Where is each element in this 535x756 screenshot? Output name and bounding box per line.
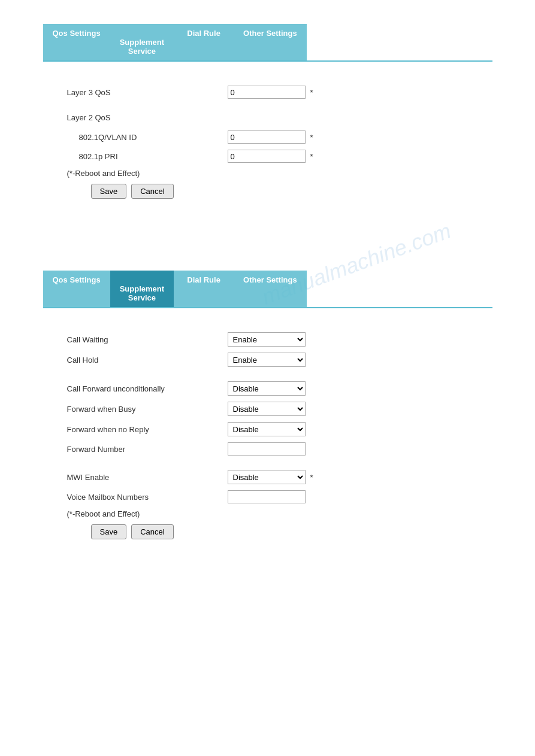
cf-busy-select[interactable]: Disable Enable [228,402,306,416]
layer3-asterisk: * [310,88,313,97]
tab-qos-settings-1[interactable]: Qos Settings [43,24,110,60]
section1-note-group: (*-Reboot and Effect) [67,169,468,178]
mwi-label: MWI Enable [67,473,223,482]
pri-group: 802.1p PRI * [67,150,468,163]
call-hold-select[interactable]: Enable Disable [228,353,306,367]
mwi-select[interactable]: Disable Enable [228,470,306,484]
section1-buttons: Save Cancel [67,184,468,199]
section2-cancel-button[interactable]: Cancel [131,524,173,539]
layer3-qos-label: Layer 3 QoS [67,88,223,97]
qos-form: Layer 3 QoS * Layer 2 QoS 802.1Q/VLAN ID… [43,74,492,211]
layer2-qos-group-header: Layer 2 QoS [67,113,468,125]
cf-noreply-select[interactable]: Disable Enable [228,422,306,436]
layer3-qos-input[interactable] [228,86,306,99]
call-hold-label: Call Hold [67,356,223,365]
section1-cancel-button[interactable]: Cancel [131,184,173,199]
cf-busy-label: Forward when Busy [67,405,223,414]
voicemail-label: Voice Mailbox Numbers [67,493,223,502]
tab-qos-settings-2[interactable]: Qos Settings [43,271,110,307]
cf-unconditional-group: Call Forward unconditionally Disable Ena… [67,381,468,396]
cf-busy-group: Forward when Busy Disable Enable [67,402,468,416]
section2-note-group: (*-Reboot and Effect) [67,509,468,518]
section2-note: (*-Reboot and Effect) [67,509,223,518]
call-waiting-select[interactable]: Enable Disable [228,332,306,347]
tab-dial-rule-1[interactable]: Dial Rule [174,24,234,60]
cf-noreply-label: Forward when no Reply [67,425,223,434]
vlan-id-label: 802.1Q/VLAN ID [67,133,223,142]
section2-save-button[interactable]: Save [91,524,127,539]
qos-section: Qos Settings Supplement Service Dial Rul… [43,24,492,211]
call-waiting-label: Call Waiting [67,335,223,344]
voicemail-group: Voice Mailbox Numbers [67,490,468,503]
pri-label: 802.1p PRI [67,152,223,161]
vlan-id-input[interactable] [228,130,306,144]
tab-other-settings-1[interactable]: Other Settings [234,24,307,60]
pri-input[interactable] [228,150,306,163]
cf-noreply-group: Forward when no Reply Disable Enable [67,422,468,436]
section1-save-button[interactable]: Save [91,184,127,199]
vlan-id-group: 802.1Q/VLAN ID * [67,130,468,144]
pri-asterisk: * [310,152,313,161]
mwi-group: MWI Enable Disable Enable * [67,470,468,484]
layer2-qos-label: Layer 2 QoS [67,113,223,122]
supplement-form: Call Waiting Enable Disable Call Hold En… [43,320,492,551]
cf-unconditional-label: Call Forward unconditionally [67,384,223,393]
supplement-section: Qos Settings Supplement Service Dial Rul… [43,271,492,551]
forward-number-group: Forward Number [67,442,468,456]
vlan-asterisk: * [310,133,313,142]
call-hold-group: Call Hold Enable Disable [67,353,468,367]
tab-other-settings-2[interactable]: Other Settings [234,271,307,307]
cf-unconditional-select[interactable]: Disable Enable [228,381,306,396]
layer3-qos-group: Layer 3 QoS * [67,86,468,99]
tab-nav-1: Qos Settings Supplement Service Dial Rul… [43,24,492,62]
section2-buttons: Save Cancel [67,524,468,539]
forward-number-label: Forward Number [67,445,223,454]
voicemail-input[interactable] [228,490,306,503]
mwi-asterisk: * [310,473,313,482]
tab-supplement-service-1[interactable]: Supplement Service [110,24,174,60]
section1-note: (*-Reboot and Effect) [67,169,223,178]
forward-number-input[interactable] [228,442,306,456]
tab-nav-2: Qos Settings Supplement Service Dial Rul… [43,271,492,308]
tab-dial-rule-2[interactable]: Dial Rule [174,271,234,307]
tab-supplement-service-2[interactable]: Supplement Service [110,271,174,307]
call-waiting-group: Call Waiting Enable Disable [67,332,468,347]
